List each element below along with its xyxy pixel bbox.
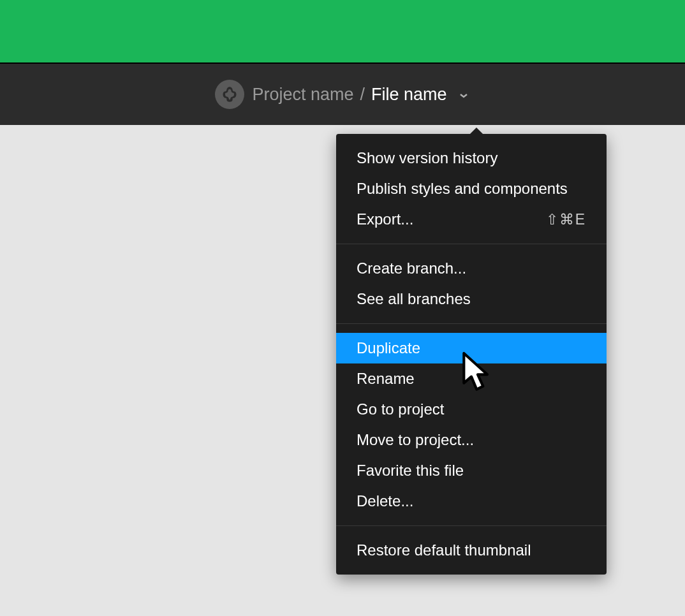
menu-divider [336,244,607,244]
menu-item-label: Show version history [357,149,497,167]
project-name[interactable]: Project name [252,85,353,105]
menu-item-see-branches[interactable]: See all branches [336,284,607,314]
chevron-down-icon [459,92,468,99]
menu-item-move-to-project[interactable]: Move to project... [336,425,607,455]
breadcrumb: Project name / File name [252,85,469,105]
menu-section: Duplicate Rename Go to project Move to p… [336,333,607,517]
menu-item-label: See all branches [357,290,471,308]
file-name[interactable]: File name [371,85,447,105]
menu-item-label: Publish styles and components [357,180,568,198]
menu-item-label: Move to project... [357,431,474,449]
file-menu-chevron[interactable] [457,89,470,102]
menu-section: Create branch... See all branches [336,253,607,314]
menu-item-label: Export... [357,210,413,228]
menu-section: Restore default thumbnail [336,535,607,566]
team-logo-icon [221,85,239,103]
menu-item-label: Restore default thumbnail [357,541,531,559]
menu-item-restore-thumbnail[interactable]: Restore default thumbnail [336,535,607,566]
menu-item-create-branch[interactable]: Create branch... [336,253,607,284]
team-avatar[interactable] [215,80,244,109]
menu-item-duplicate[interactable]: Duplicate [336,333,607,363]
top-banner [0,0,685,62]
menu-shortcut: ⇧⌘E [546,211,586,228]
menu-item-version-history[interactable]: Show version history [336,143,607,173]
menu-item-label: Go to project [357,400,444,418]
menu-item-rename[interactable]: Rename [336,363,607,394]
menu-item-delete[interactable]: Delete... [336,486,607,517]
file-context-menu: Show version history Publish styles and … [336,134,607,575]
menu-section: Show version history Publish styles and … [336,143,607,235]
menu-item-favorite[interactable]: Favorite this file [336,455,607,486]
breadcrumb-separator: / [360,85,365,105]
menu-item-export[interactable]: Export... ⇧⌘E [336,204,607,235]
menu-divider [336,323,607,324]
menu-divider [336,525,607,526]
header-bar: Project name / File name [0,62,685,125]
menu-item-label: Rename [357,370,415,388]
menu-item-label: Delete... [357,492,413,510]
menu-item-label: Duplicate [357,339,420,357]
menu-item-go-to-project[interactable]: Go to project [336,394,607,425]
menu-item-label: Favorite this file [357,462,464,480]
menu-item-label: Create branch... [357,260,466,277]
menu-item-publish[interactable]: Publish styles and components [336,173,607,204]
